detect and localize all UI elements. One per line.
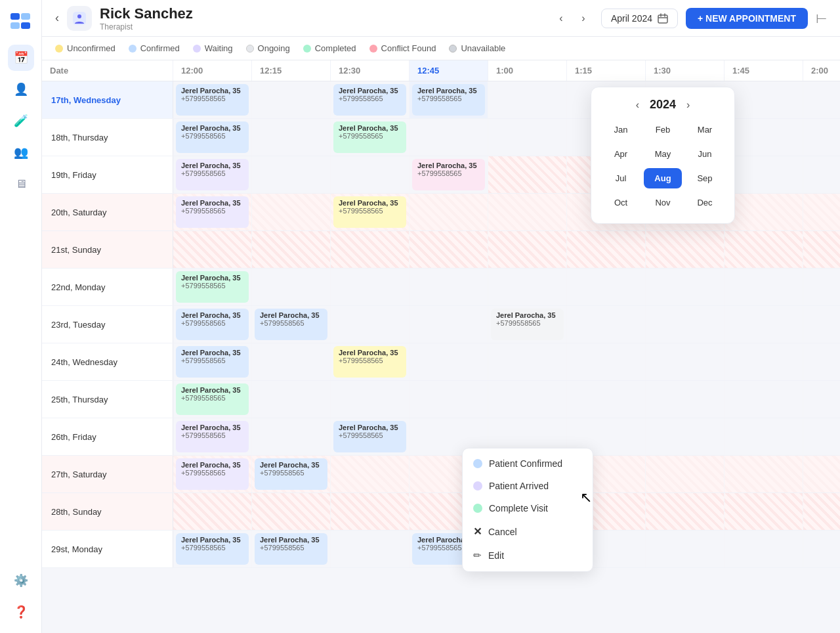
sidebar-item-calendar[interactable]: 📅 [8,45,34,71]
cell-22-rest3[interactable] [646,269,724,305]
cell-24-rest2[interactable] [488,343,567,380]
cell-18-1230[interactable]: Jerel Parocha, 35 +5799558565 [331,119,410,156]
cell-20-1230[interactable]: Jerel Parocha, 35 +5799558565 [331,194,410,230]
sidebar-item-lab[interactable]: 🧪 [8,108,34,134]
appt-block[interactable]: Jerel Parocha, 35 +5799558565 [176,196,249,228]
logout-icon[interactable]: ⊢ [816,11,827,26]
appt-block[interactable]: Jerel Parocha, 35 +5799558565 [176,346,249,378]
context-item-edit[interactable]: ✏ Edit [463,544,593,567]
cell-17-1200[interactable]: Jerel Parocha, 35 +5799558565 [173,81,252,118]
month-oct[interactable]: Oct [602,192,640,213]
cell-26-rest6[interactable] [803,418,840,455]
cell-17-1215[interactable] [252,81,331,118]
cell-23-rest2[interactable] [646,306,724,343]
cell-17-rest1[interactable] [803,81,840,118]
cell-26-rest4[interactable] [646,418,724,455]
cell-22-1245[interactable] [410,269,488,305]
new-appointment-button[interactable]: + NEW APPOINTMENT [686,8,808,29]
appt-block[interactable]: Jerel Parocha, 35 +5799558565 [176,458,249,490]
cell-26-1215[interactable] [252,418,331,455]
prev-date-button[interactable]: ‹ [551,9,571,28]
cell-29-1200[interactable]: Jerel Parocha, 35 +5799558565 [173,531,252,567]
cell-22-1230[interactable] [331,269,410,305]
sidebar-item-help[interactable]: ❓ [8,599,34,625]
cell-25-rest4[interactable] [488,381,567,418]
cell-23-1245[interactable] [410,306,488,343]
cell-26-rest5[interactable] [724,418,803,455]
cell-19-1230[interactable] [331,156,410,193]
cell-17-100[interactable] [488,81,567,118]
month-sep[interactable]: Sep [686,168,724,188]
cell-22-rest5[interactable] [803,269,840,305]
cell-18-1200[interactable]: Jerel Parocha, 35 +5799558565 [173,119,252,156]
appt-block[interactable]: Jerel Parocha, 35 +5799558565 [176,121,249,153]
cell-29-1230[interactable] [331,531,410,567]
cell-20-rest2[interactable] [488,194,567,230]
appt-block[interactable]: Jerel Parocha, 35 +5799558565 [176,309,249,340]
next-year-button[interactable]: › [686,99,690,111]
cell-20-rest6[interactable] [803,194,840,230]
appt-block[interactable]: Jerel Parocha, 35 +5799558565 [412,159,485,190]
appt-block[interactable]: Jerel Parocha, 35 +5799558565 [176,533,249,565]
appt-block[interactable]: Jerel Parocha, 35 +5799558565 [333,196,406,228]
appt-block[interactable]: Jerel Parocha, 35 +5799558565 [333,84,406,116]
cell-25-1200[interactable]: Jerel Parocha, 35 +5799558565 [173,381,252,418]
cell-19-rest3[interactable] [803,156,840,193]
cell-19-1200[interactable]: Jerel Parocha, 35 +5799558565 [173,156,252,193]
cell-19-rest2[interactable] [724,156,803,193]
month-jul[interactable]: Jul [602,168,640,188]
cell-19-1215[interactable] [252,156,331,193]
month-mar[interactable]: Mar [686,120,724,140]
cell-23-1230[interactable] [331,306,410,343]
cell-23-rest1[interactable] [567,306,646,343]
cell-24-rest3[interactable] [567,343,646,380]
cell-18-rest2[interactable] [488,119,567,156]
next-date-button[interactable]: › [574,9,593,28]
cell-20-1200[interactable]: Jerel Parocha, 35 +5799558565 [173,194,252,230]
cell-20-1215[interactable] [252,194,331,230]
cell-24-rest5[interactable] [724,343,803,380]
cell-29-rest4[interactable] [724,531,803,567]
appt-block[interactable]: Jerel Parocha, 35 +5799558565 [491,309,564,340]
month-nov[interactable]: Nov [644,192,682,213]
appt-block[interactable]: Jerel Parocha, 35 +5799558565 [255,533,327,565]
context-item-cancel[interactable]: ✕ Cancel [463,519,593,544]
cell-22-1215[interactable] [252,269,331,305]
cell-25-rest2[interactable] [331,381,410,418]
appt-block[interactable]: Jerel Parocha, 35 +5799558565 [176,383,249,415]
cell-24-1230[interactable]: Jerel Parocha, 35 +5799558565 [331,343,410,380]
sidebar-item-settings[interactable]: ⚙️ [8,567,34,594]
cell-23-rest3[interactable] [724,306,803,343]
cell-27-rest3[interactable] [724,456,803,492]
cell-22-1200[interactable]: Jerel Parocha, 35 +5799558565 [173,269,252,305]
cell-24-rest6[interactable] [803,343,840,380]
cell-20-rest1[interactable] [410,194,488,230]
sidebar-item-group[interactable]: 👥 [8,139,34,165]
appt-block[interactable]: Jerel Parocha, 35 +5799558565 [176,84,249,116]
cell-23-rest4[interactable] [803,306,840,343]
appt-block[interactable]: Jerel Parocha, 35 +5799558565 [176,421,249,452]
cell-25-rest7[interactable] [724,381,803,418]
sidebar-item-user[interactable]: 👤 [8,76,34,102]
cell-27-1215[interactable]: Jerel Parocha, 35 +5799558565 [252,456,331,492]
cell-24-1215[interactable] [252,343,331,380]
appt-block[interactable]: Jerel Parocha, 35 +5799558565 [333,121,406,153]
appt-block[interactable]: Jerel Parocha, 35 +5799558565 [176,271,249,303]
cell-25-rest6[interactable] [646,381,724,418]
cell-22-rest2[interactable] [567,269,646,305]
back-button[interactable]: ‹ [55,11,59,25]
cell-29-1215[interactable]: Jerel Parocha, 35 +5799558565 [252,531,331,567]
prev-year-button[interactable]: ‹ [636,99,639,111]
cell-26-1200[interactable]: Jerel Parocha, 35 +5799558565 [173,418,252,455]
sidebar-item-monitor[interactable]: 🖥 [8,171,34,197]
cell-19-1245[interactable]: Jerel Parocha, 35 +5799558565 [410,156,488,193]
cell-25-rest1[interactable] [252,381,331,418]
cell-18-rest1[interactable] [410,119,488,156]
cell-20-rest5[interactable] [724,194,803,230]
cell-24-1200[interactable]: Jerel Parocha, 35 +5799558565 [173,343,252,380]
context-item-complete[interactable]: Complete Visit [463,497,593,519]
cell-29-rest3[interactable] [646,531,724,567]
month-feb[interactable]: Feb [644,120,682,140]
cell-27-rest4[interactable] [803,456,840,492]
cell-23-100[interactable]: Jerel Parocha, 35 +5799558565 [488,306,567,343]
